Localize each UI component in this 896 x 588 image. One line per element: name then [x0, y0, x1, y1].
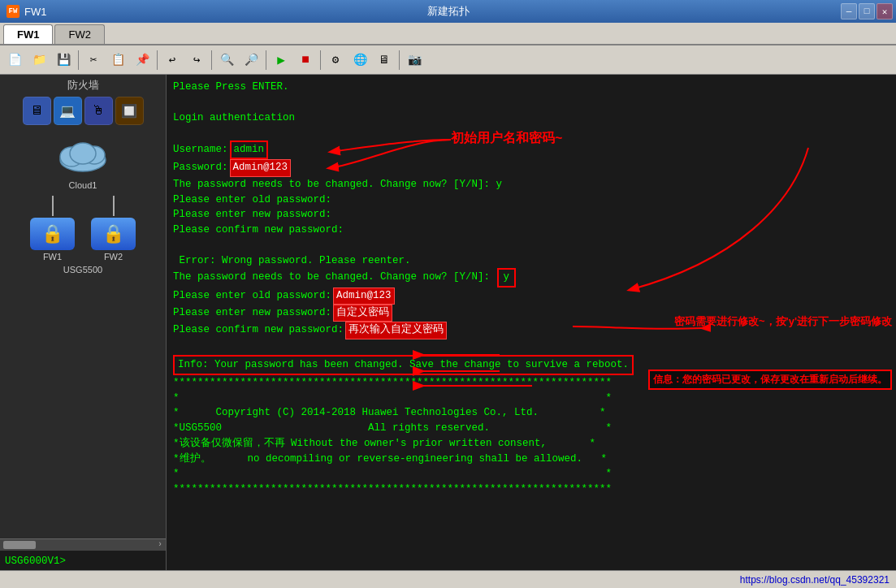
- username-label: Username:: [173, 142, 228, 158]
- please-press-text: Please Press ENTER.: [173, 81, 289, 93]
- toolbar-network[interactable]: 🌐: [348, 49, 371, 71]
- yn-value: y: [497, 268, 517, 287]
- tab-fw1[interactable]: FW1: [3, 24, 53, 44]
- login-auth-text: Login authentication: [173, 112, 295, 123]
- username-value: admin: [230, 141, 269, 159]
- status-url: https://blog.csdn.net/qq_45392321: [740, 574, 890, 586]
- toolbar-zoom-out[interactable]: 🔎: [240, 49, 262, 71]
- network-diagram: Cloud1 🔒 FW1: [0, 128, 166, 538]
- copyright-line-4: *该设备仅微保留，不再 Without the owner's prior wr…: [173, 436, 890, 452]
- close-button[interactable]: ✕: [877, 3, 893, 19]
- left-sidebar: 防火墙 🖥 💻 🖱 🔲: [0, 75, 167, 570]
- toolbar-cut[interactable]: ✂: [82, 49, 105, 71]
- console-new-pw-1: Please enter new password:: [173, 207, 890, 223]
- toolbar-play[interactable]: ▶: [270, 49, 292, 71]
- usg5500-label: USG5500: [63, 265, 102, 275]
- left-scrollbar-thumb[interactable]: [3, 541, 36, 549]
- fw2-device[interactable]: 🔒 FW2: [91, 196, 136, 262]
- toolbar-paste[interactable]: 📌: [131, 49, 154, 71]
- device-icon-1[interactable]: 🖥: [23, 97, 51, 125]
- console-blank-4: [173, 339, 890, 355]
- status-bar: https://blog.csdn.net/qq_45392321: [0, 570, 896, 588]
- title-bar: FW FW1 新建拓扑 — □ ✕: [0, 0, 896, 23]
- fw1-device[interactable]: 🔒 FW1: [30, 196, 75, 262]
- app-icon: FW: [6, 5, 19, 18]
- left-scrollbar[interactable]: ›: [0, 538, 166, 550]
- toolbar-separator-2: [157, 50, 158, 70]
- stars-text-2: ****************************************…: [173, 483, 612, 495]
- copyright-line-6: * *: [173, 466, 890, 482]
- toolbar-devices[interactable]: 🖥: [373, 49, 396, 71]
- fw2-label: FW2: [104, 252, 123, 262]
- fw1-icon[interactable]: 🔒: [30, 218, 75, 250]
- stars-2: ****************************************…: [173, 482, 890, 497]
- tab-fw2[interactable]: FW2: [54, 24, 104, 44]
- new-pw-label-2: Please enter new password:: [173, 305, 331, 321]
- device-icon-4[interactable]: 🔲: [115, 97, 144, 125]
- console-change-prompt: The password needs to be changed. Change…: [173, 177, 890, 192]
- toolbar: 📄 📁 💾 ✂ 📋 📌 ↩ ↪ 🔍 🔎 ▶ ■ ⚙ 🌐 🖥 📷: [0, 45, 896, 75]
- copyright-text-3: *USG5500 All rights reserved. *: [173, 422, 612, 434]
- window-controls: — □ ✕: [841, 3, 893, 19]
- fw-devices-row: 🔒 FW1 🔒 FW2: [30, 196, 136, 262]
- confirm-pw-value: 再次输入自定义密码: [345, 322, 447, 339]
- console-new-pw-2: Please enter new password:自定义密码: [173, 305, 890, 322]
- left-scroll-arrow[interactable]: ›: [158, 540, 162, 549]
- stars-1: ****************************************…: [173, 375, 890, 391]
- password-label: Password:: [173, 160, 228, 175]
- console-confirm-pw-2: Please confirm new password:再次输入自定义密码: [173, 322, 890, 339]
- maximize-button[interactable]: □: [859, 3, 875, 19]
- device-icon-2[interactable]: 💻: [54, 97, 82, 125]
- confirm-pw-label-2: Please confirm new password:: [173, 322, 344, 338]
- tab-bar: FW1 FW2: [0, 23, 896, 45]
- cloud-label: Cloud1: [57, 180, 110, 190]
- toolbar-open[interactable]: 📁: [28, 49, 50, 71]
- copyright-text-2: * Copyright (C) 2014-2018 Huawei Technol…: [173, 407, 606, 418]
- console-login: Login authentication: [173, 110, 890, 126]
- stars-text-1: ****************************************…: [173, 377, 612, 388]
- console-blank-1: [173, 95, 890, 110]
- toolbar-capture[interactable]: 📷: [403, 49, 426, 71]
- cloud-device[interactable]: Cloud1: [57, 136, 110, 190]
- copyright-line-1: * *: [173, 391, 890, 406]
- console-change-prompt-2: The password needs to be changed. Change…: [173, 268, 890, 287]
- usg-prompt: USG6000V1>: [5, 556, 66, 567]
- new-pw-text-1: Please enter new password:: [173, 209, 331, 220]
- toolbar-separator-5: [320, 50, 321, 70]
- password-value: Admin@123: [230, 159, 292, 176]
- console-blank-3: [173, 238, 890, 253]
- right-console: Please Press ENTER. Login authentication…: [167, 75, 896, 570]
- change-prompt-text: The password needs to be changed. Change…: [173, 179, 502, 190]
- toolbar-undo[interactable]: ↩: [161, 49, 184, 71]
- copyright-text-1: * *: [173, 392, 612, 404]
- new-pw-value: 自定义密码: [333, 305, 392, 322]
- fw2-icon[interactable]: 🔒: [91, 218, 136, 250]
- device-icon-3[interactable]: 🖱: [84, 97, 113, 125]
- firewall-label: 防火墙: [0, 75, 166, 94]
- old-pw-text-1: Please enter old password:: [173, 194, 331, 205]
- copyright-line-3: *USG5500 All rights reserved. *: [173, 421, 890, 436]
- old-pw-label-2: Please enter old password:: [173, 288, 331, 304]
- toolbar-zoom-in[interactable]: 🔍: [215, 49, 238, 71]
- toolbar-redo[interactable]: ↪: [185, 49, 208, 71]
- toolbar-separator-3: [211, 50, 212, 70]
- toolbar-save[interactable]: 💾: [52, 49, 75, 71]
- toolbar-new[interactable]: 📄: [3, 49, 26, 71]
- app-container: FW FW1 新建拓扑 — □ ✕ FW1 FW2 📄 📁 💾 ✂ 📋 📌 ↩ …: [0, 0, 896, 588]
- toolbar-settings[interactable]: ⚙: [324, 49, 347, 71]
- window-title: FW1: [24, 6, 46, 18]
- toolbar-separator-4: [266, 50, 266, 70]
- error-text: Error: Wrong password. Please reenter.: [173, 255, 411, 266]
- minimize-button[interactable]: —: [841, 3, 857, 19]
- console-info-line: Info: Your password has been changed. Sa…: [173, 355, 890, 375]
- console-error: Error: Wrong password. Please reenter.: [173, 253, 890, 269]
- console-confirm-pw-1: Please confirm new password:: [173, 223, 890, 238]
- toolbar-stop[interactable]: ■: [294, 49, 317, 71]
- fw1-connector: [52, 196, 54, 216]
- console-old-pw-2: Please enter old password:Admin@123: [173, 288, 890, 305]
- copyright-line-5: *维护。 no decompiling or reverse-engineeri…: [173, 452, 890, 467]
- device-icons-row: 🖥 💻 🖱 🔲: [0, 94, 166, 128]
- console-old-pw-1: Please enter old password:: [173, 192, 890, 208]
- toolbar-copy[interactable]: 📋: [106, 49, 129, 71]
- console-password-line: Password:Admin@123: [173, 159, 890, 176]
